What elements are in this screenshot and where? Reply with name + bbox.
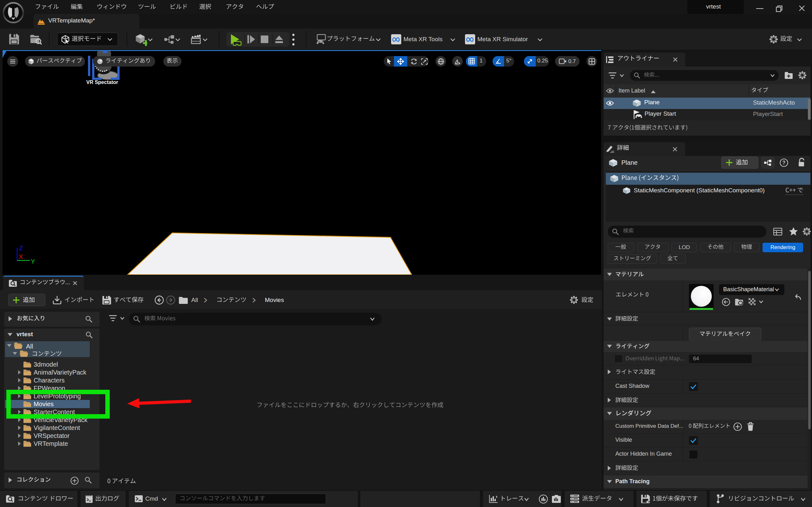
svg-text:?: ? bbox=[782, 160, 786, 165]
svg-text:Y: Y bbox=[31, 258, 35, 265]
svg-text:Z: Z bbox=[19, 245, 23, 251]
svg-text:X: X bbox=[19, 253, 23, 260]
